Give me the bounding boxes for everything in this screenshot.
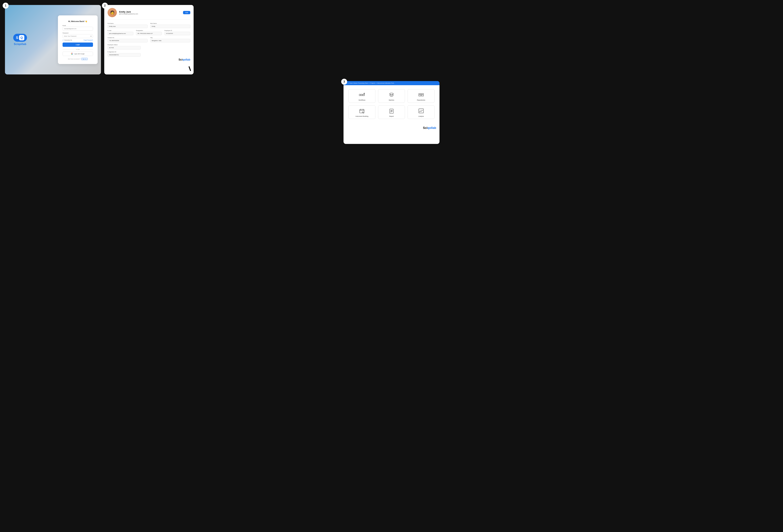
- panel-3-dashboard: ns >> Down Stream Processing Team >> Pro…: [344, 81, 439, 144]
- esig-label: E-Signature ID: [107, 51, 140, 53]
- analysis-label: Analysis: [418, 116, 424, 117]
- batches-label: Batches: [389, 99, 394, 101]
- esig-group: E-Signature ID 546346398873U: [107, 51, 140, 57]
- svg-rect-9: [421, 93, 424, 96]
- profile-email: jack.emilly@xyzpharma.com: [119, 13, 181, 15]
- contact-label: Contact No.: [107, 37, 148, 38]
- analysis-icon: [418, 108, 424, 114]
- designation-group: Designation SR. PROCESS ANALYST: [136, 30, 162, 35]
- edit-button[interactable]: Edit: [183, 11, 190, 14]
- no-account-text: Don't have an account ?: [68, 58, 80, 60]
- profile-row-1: Full Name Emilly Jack Nick Name Emilly: [107, 23, 190, 28]
- employee-id-group: Employee ID XYZ187675: [164, 30, 190, 35]
- svg-rect-1: [361, 94, 363, 96]
- status-value: ACTIVE: [107, 46, 140, 50]
- workflows-card[interactable]: Workflows: [348, 89, 375, 103]
- or-line-right: [81, 49, 93, 50]
- profile-name: Emilly Jack: [119, 10, 181, 13]
- profile-logo-sci: Sci: [179, 58, 183, 61]
- contact-group: Contact No. +91 9897643534: [107, 37, 148, 42]
- or-text: Or With: [76, 49, 80, 50]
- login-card: Hi, Welcome Back! 👋 Email Password 👁 ✔ R…: [58, 15, 98, 64]
- nick-name-label: Nick Name: [150, 23, 190, 24]
- profile-row-2: E-mail jack.emilly@xyzpharma.com Designa…: [107, 30, 190, 35]
- instrument-booking-card[interactable]: Instrument Booking: [348, 105, 375, 119]
- svg-rect-8: [419, 93, 421, 96]
- password-input[interactable]: [63, 34, 93, 38]
- status-label: Employee Status: [107, 44, 140, 45]
- google-icon: [71, 53, 73, 55]
- logo-sci: Sci: [14, 43, 18, 45]
- full-name-value: Emilly Jack: [107, 25, 148, 28]
- batches-icon: [388, 92, 395, 98]
- check-icon: ✔: [63, 39, 64, 41]
- repositories-label: Repositories: [417, 99, 425, 101]
- svg-rect-24: [419, 109, 424, 113]
- instrument-icon: [359, 108, 365, 114]
- svg-rect-0: [359, 94, 361, 96]
- google-btn-label: Login with Google: [74, 53, 85, 55]
- panel3-logo-qollab: qollab: [428, 126, 436, 129]
- logo-s: S: [16, 36, 19, 40]
- report-icon: [388, 108, 395, 114]
- cursor-decoration-2: [188, 66, 191, 71]
- email-label: Email: [63, 25, 93, 26]
- email-group: E-mail jack.emilly@xyzpharma.com: [107, 30, 133, 35]
- city-value: Bangalore, India: [150, 39, 190, 42]
- profile-header: 🧑 Emilly Jack jack.emilly@xyzpharma.com …: [107, 8, 190, 20]
- workflow-icon: [359, 92, 365, 98]
- nick-name-group: Nick Name Emilly: [150, 23, 190, 28]
- password-field-wrap: 👁: [63, 34, 93, 38]
- email-field-value: jack.emilly@xyzpharma.com: [107, 32, 133, 35]
- panel-3-logo: Sciqollab: [344, 126, 439, 132]
- remember-left: ✔ Remember Me: [63, 39, 72, 41]
- full-name-group: Full Name Emilly Jack: [107, 23, 148, 28]
- profile-row-4: Employee Status ACTIVE: [107, 44, 190, 50]
- signup-row: Don't have an account ? Sign Up: [63, 58, 93, 60]
- logo-qollab: qollab: [18, 43, 26, 45]
- logo-q: Q: [21, 36, 23, 39]
- panel3-logo-sci: Sci: [423, 126, 428, 129]
- login-button[interactable]: Login: [63, 42, 93, 47]
- full-name-label: Full Name: [107, 23, 148, 24]
- login-title: Hi, Welcome Back! 👋: [63, 20, 93, 23]
- email-input[interactable]: [63, 27, 93, 31]
- employee-id-label: Employee ID: [164, 30, 190, 31]
- designation-label: Designation: [136, 30, 162, 31]
- instrument-booking-label: Instrument Booking: [355, 116, 369, 117]
- panel-2-profile: 🧑 Emilly Jack jack.emilly@xyzpharma.com …: [104, 5, 194, 74]
- remember-me-label: Remember Me: [64, 39, 72, 41]
- password-label: Password: [63, 32, 93, 34]
- repositories-card[interactable]: Repositories: [408, 89, 435, 103]
- profile-row-5: E-Signature ID 546346398873U: [107, 51, 190, 57]
- city-group: City Bangalore, India: [150, 37, 190, 42]
- batches-card[interactable]: Batches: [378, 89, 405, 103]
- profile-row-3: Contact No. +91 9897643534 City Bangalor…: [107, 37, 190, 42]
- panel-1-number: 1: [3, 3, 9, 9]
- svg-point-18: [362, 112, 364, 113]
- eye-icon[interactable]: 👁: [90, 35, 92, 37]
- esig-value: 546346398873U: [107, 53, 140, 57]
- email-field-label: E-mail: [107, 30, 133, 31]
- forgot-password-link[interactable]: Forgot Password?: [84, 39, 93, 41]
- workflows-label: Workflows: [358, 99, 365, 101]
- google-login-button[interactable]: Login with Google: [63, 52, 93, 56]
- breadcrumb: ns >> Down Stream Processing Team >> Pro…: [344, 81, 439, 85]
- report-card[interactable]: Report: [378, 105, 405, 119]
- or-line-left: [63, 49, 75, 50]
- signup-button[interactable]: Sign Up: [81, 58, 88, 60]
- designation-value: SR. PROCESS ANALYST: [136, 32, 162, 35]
- profile-info: Emilly Jack jack.emilly@xyzpharma.com: [119, 10, 181, 15]
- status-group: Employee Status ACTIVE: [107, 44, 140, 50]
- employee-id-value: XYZ187675: [164, 32, 190, 35]
- repositories-icon: [418, 92, 424, 98]
- panel-2-number: 2: [102, 3, 108, 9]
- panel-1-login: S Q Sciqollab Hi, Welcome Back! 👋 Email …: [5, 5, 101, 74]
- profile-logo: Sciqollab: [107, 58, 190, 61]
- svg-point-7: [390, 93, 393, 94]
- report-label: Report: [389, 116, 394, 117]
- remember-row: ✔ Remember Me Forgot Password?: [63, 39, 93, 41]
- contact-value: +91 9897643534: [107, 39, 148, 42]
- analysis-card[interactable]: Analysis: [408, 105, 435, 119]
- nick-name-value: Emilly: [150, 25, 190, 28]
